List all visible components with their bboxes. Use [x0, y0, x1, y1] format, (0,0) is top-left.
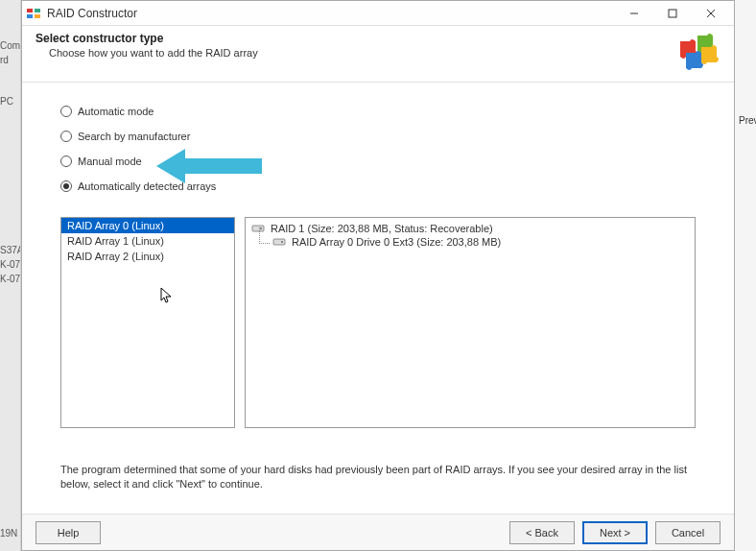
wizard-footer: Help < Back Next > Cancel [22, 514, 734, 550]
help-button[interactable]: Help [35, 521, 101, 544]
svg-rect-3 [35, 14, 40, 18]
minimize-icon [629, 9, 639, 18]
svg-rect-0 [27, 9, 33, 12]
svg-point-12 [281, 241, 283, 243]
bg-text: S37A [0, 243, 20, 257]
disk-icon [272, 237, 286, 247]
close-icon [706, 9, 716, 18]
bg-text: K-07L [0, 257, 20, 272]
minimize-button[interactable] [615, 2, 653, 25]
radio-icon [60, 156, 72, 167]
bg-text: Prev [739, 115, 756, 126]
background-right-strip: Prev [739, 115, 756, 126]
close-button[interactable] [692, 2, 730, 25]
list-item[interactable]: RAID Array 2 (Linux) [61, 249, 234, 264]
wizard-subheading: Choose how you want to add the RAID arra… [49, 47, 674, 59]
window-controls [615, 2, 730, 25]
button-label: Cancel [672, 527, 704, 539]
wizard-heading: Select constructor type [35, 32, 674, 45]
titlebar: RAID Constructor [22, 1, 734, 26]
svg-rect-2 [27, 14, 33, 18]
radio-label: Manual mode [78, 156, 142, 167]
tree-node-root[interactable]: RAID 1 (Size: 203,88 MB, Status: Recover… [251, 222, 689, 235]
info-text: The program determined that some of your… [60, 463, 696, 492]
wizard-header-text: Select constructor type Choose how you w… [35, 32, 674, 59]
back-button[interactable]: < Back [509, 521, 575, 544]
svg-marker-8 [156, 149, 262, 183]
bg-text: rd [0, 53, 20, 67]
cancel-button[interactable]: Cancel [655, 521, 721, 544]
bg-text: 19N [0, 526, 20, 540]
button-label: Next > [600, 527, 630, 539]
radio-icon [60, 180, 72, 192]
array-panels: RAID Array 0 (Linux) RAID Array 1 (Linux… [60, 217, 696, 428]
tree-node-child[interactable]: RAID Array 0 Drive 0 Ext3 (Size: 203,88 … [272, 235, 689, 249]
wizard-content: Automatic mode Search by manufacturer Ma… [22, 83, 734, 514]
radio-automatic-mode[interactable]: Automatic mode [60, 106, 696, 117]
decorative-puzzle-icon [674, 32, 721, 72]
svg-rect-11 [273, 239, 285, 245]
bg-text: Com [0, 38, 20, 53]
array-details-tree[interactable]: RAID 1 (Size: 203,88 MB, Status: Recover… [245, 217, 696, 428]
button-label: < Back [526, 527, 558, 539]
bg-text: PC [0, 94, 20, 108]
tree-node-label: RAID 1 (Size: 203,88 MB, Status: Recover… [271, 223, 493, 234]
button-label: Help [58, 527, 80, 539]
maximize-icon [668, 9, 677, 18]
radio-icon [60, 131, 72, 142]
background-left-strip: Com rd PC S37A K-07L K-073 19N [0, 0, 21, 551]
bg-text: K-073 [0, 272, 20, 286]
maximize-button[interactable] [653, 2, 692, 25]
detected-arrays-list[interactable]: RAID Array 0 (Linux) RAID Array 1 (Linux… [60, 217, 235, 428]
svg-rect-5 [669, 10, 676, 17]
tree-node-label: RAID Array 0 Drive 0 Ext3 (Size: 203,88 … [292, 236, 501, 248]
list-item[interactable]: RAID Array 1 (Linux) [61, 233, 234, 249]
app-icon [26, 6, 41, 21]
wizard-header: Select constructor type Choose how you w… [22, 26, 734, 83]
hint-arrow-icon [156, 147, 264, 185]
window-title: RAID Constructor [47, 7, 615, 20]
radio-label: Automatic mode [78, 106, 154, 117]
next-button[interactable]: Next > [582, 521, 648, 544]
mouse-cursor-icon [160, 287, 174, 304]
list-item[interactable]: RAID Array 0 (Linux) [61, 218, 234, 233]
dialog-window: RAID Constructor Select constructor type… [21, 0, 735, 551]
radio-label: Search by manufacturer [78, 131, 190, 142]
radio-search-by-manufacturer[interactable]: Search by manufacturer [60, 131, 696, 142]
radio-icon [60, 106, 72, 117]
svg-rect-1 [35, 9, 40, 12]
